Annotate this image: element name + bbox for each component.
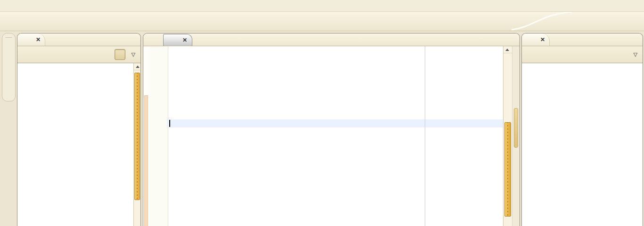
overview-range-marker — [514, 108, 518, 148]
show-public-members-button[interactable] — [600, 49, 611, 60]
overview-ruler[interactable] — [512, 46, 520, 226]
maximize-icon[interactable] — [509, 37, 515, 43]
members-view-icon — [526, 36, 534, 44]
scroll-up-button[interactable] — [134, 63, 140, 70]
tab-package-explorer[interactable]: ✕ — [17, 33, 45, 46]
package-explorer-scrollbar[interactable] — [133, 63, 140, 226]
eclipse-window: ✕ ▽ — [0, 0, 644, 226]
java-file-icon — [148, 36, 156, 44]
scrollbar-thumb[interactable] — [134, 73, 140, 200]
close-icon[interactable]: ✕ — [182, 37, 187, 43]
hide-fields-icon — [567, 50, 575, 59]
folding-ruler[interactable] — [162, 46, 168, 226]
editor-content — [143, 46, 520, 226]
code-editor[interactable] — [168, 46, 503, 226]
tab-computer-java[interactable]: ✕ — [163, 34, 192, 46]
view-menu-button[interactable]: ▽ — [132, 51, 135, 58]
view-menu-button[interactable]: ▽ — [634, 51, 637, 58]
link-with-editor-icon — [116, 50, 124, 59]
close-icon[interactable]: ✕ — [36, 36, 41, 43]
members-panel: ✕ ▽ — [521, 33, 643, 226]
maximize-icon[interactable] — [130, 37, 136, 43]
minimize-icon[interactable] — [120, 37, 126, 43]
package-explorer-icon — [22, 36, 30, 44]
maximize-icon[interactable] — [632, 37, 638, 43]
package-explorer-tab-strip: ✕ — [17, 33, 140, 46]
hide-static-members-button[interactable] — [583, 49, 594, 60]
hide-local-types-button[interactable] — [617, 49, 627, 60]
new-perspective-icon — [575, 17, 583, 25]
editor-area: ✕ — [143, 33, 520, 226]
package-explorer-toolbar: ▽ — [17, 46, 140, 63]
minimize-icon[interactable] — [499, 37, 505, 43]
members-list — [522, 63, 643, 65]
collapse-all-button[interactable] — [98, 49, 108, 60]
collapse-all-icon — [99, 50, 107, 59]
scrollbar-thumb[interactable] — [504, 122, 511, 217]
sort-button[interactable] — [549, 49, 560, 60]
members-toolbar: ▽ — [522, 46, 643, 63]
tab-someclass-java[interactable] — [143, 34, 163, 46]
hide-fields-button[interactable] — [566, 49, 577, 60]
java-file-icon — [168, 36, 176, 44]
print-margin-line — [425, 46, 425, 226]
editor-tab-strip: ✕ — [143, 33, 520, 46]
members-tab-strip: ✕ — [522, 33, 643, 46]
method-range-indicator — [144, 95, 148, 226]
hide-static-icon — [584, 50, 592, 59]
text-cursor — [169, 120, 170, 127]
package-explorer-tree — [17, 63, 140, 65]
fast-view-bar — [2, 33, 16, 101]
close-icon[interactable]: ✕ — [540, 36, 545, 43]
package-explorer-content — [17, 63, 140, 226]
java-perspective-icon[interactable] — [5, 59, 13, 67]
package-explorer-panel: ✕ ▽ — [17, 33, 141, 226]
annotation-ruler[interactable] — [143, 46, 149, 226]
line-number-ruler[interactable] — [149, 46, 162, 226]
editor-scrollbar[interactable] — [503, 46, 512, 226]
sort-icon — [550, 50, 558, 59]
drag-handle[interactable] — [5, 36, 12, 38]
members-content — [522, 63, 643, 226]
scroll-up-button[interactable] — [504, 46, 512, 53]
menu-bar — [0, 0, 644, 12]
main-toolbar — [0, 12, 644, 31]
tab-members[interactable]: ✕ — [522, 33, 550, 46]
link-with-editor-button[interactable] — [115, 49, 125, 60]
minimize-icon[interactable] — [622, 37, 628, 43]
restore-view-icon[interactable] — [5, 44, 13, 52]
hide-local-types-icon — [618, 50, 626, 59]
open-perspective-button[interactable] — [573, 15, 584, 26]
show-public-icon — [601, 50, 609, 59]
